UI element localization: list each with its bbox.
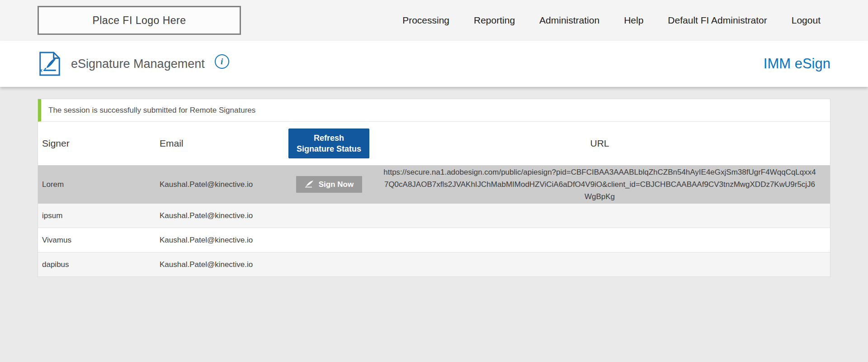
signing-url: https://secure.na1.adobesign.com/public/… bbox=[369, 166, 830, 203]
refresh-button-line2: Signature Status bbox=[297, 144, 361, 153]
info-icon[interactable]: i bbox=[215, 54, 229, 69]
signer-email: Kaushal.Patel@kinective.io bbox=[160, 260, 288, 269]
quill-pen-icon bbox=[304, 181, 315, 188]
signer-name: Vivamus bbox=[38, 236, 160, 245]
column-header-url: URL bbox=[369, 138, 830, 149]
fi-logo-placeholder: Place FI Logo Here bbox=[38, 6, 241, 35]
nav-help[interactable]: Help bbox=[624, 15, 643, 26]
nav-logout[interactable]: Logout bbox=[792, 15, 821, 26]
svg-text:x: x bbox=[40, 68, 42, 73]
info-icon-glyph: i bbox=[221, 57, 223, 67]
sign-now-label: Sign Now bbox=[319, 180, 354, 189]
nav-administration[interactable]: Administration bbox=[539, 15, 599, 26]
column-header-email: Email bbox=[160, 138, 288, 149]
esignature-document-icon: x bbox=[38, 51, 61, 76]
top-bar: Place FI Logo Here Processing Reporting … bbox=[0, 0, 868, 41]
column-header-signer: Signer bbox=[38, 138, 160, 149]
brand-imm-esign: IMM eSign bbox=[764, 56, 830, 72]
top-nav: Processing Reporting Administration Help… bbox=[402, 15, 821, 26]
table-row: Vivamus Kaushal.Patel@kinective.io bbox=[38, 228, 830, 252]
signer-email: Kaushal.Patel@kinective.io bbox=[160, 211, 288, 220]
fi-logo-text: Place FI Logo Here bbox=[92, 14, 186, 27]
nav-user-default-fi-administrator[interactable]: Default FI Administrator bbox=[668, 15, 767, 26]
table-row: ipsum Kaushal.Patel@kinective.io bbox=[38, 204, 830, 228]
main-content: The session is successfully submitted fo… bbox=[0, 87, 868, 277]
nav-reporting[interactable]: Reporting bbox=[474, 15, 515, 26]
nav-processing[interactable]: Processing bbox=[402, 15, 449, 26]
page-header: x eSignature Management i IMM eSign bbox=[0, 41, 868, 87]
signer-name: Lorem bbox=[38, 180, 160, 189]
signer-email: Kaushal.Patel@kinective.io bbox=[160, 236, 288, 245]
refresh-signature-status-button[interactable]: Refresh Signature Status bbox=[288, 129, 369, 158]
signer-email: Kaushal.Patel@kinective.io bbox=[160, 180, 288, 189]
sign-now-button[interactable]: Sign Now bbox=[296, 176, 362, 193]
table-header-row: Signer Email Refresh Signature Status UR… bbox=[38, 122, 830, 165]
success-message: The session is successfully submitted fo… bbox=[38, 99, 830, 122]
table-row: dapibus Kaushal.Patel@kinective.io bbox=[38, 252, 830, 276]
table-row: Lorem Kaushal.Patel@kinective.io Sign No… bbox=[38, 165, 830, 204]
page-title: eSignature Management bbox=[71, 57, 205, 71]
signer-name: ipsum bbox=[38, 211, 160, 220]
signer-name: dapibus bbox=[38, 260, 160, 269]
success-message-text: The session is successfully submitted fo… bbox=[48, 106, 255, 115]
refresh-button-line1: Refresh bbox=[314, 133, 344, 143]
session-panel: The session is successfully submitted fo… bbox=[38, 99, 830, 277]
